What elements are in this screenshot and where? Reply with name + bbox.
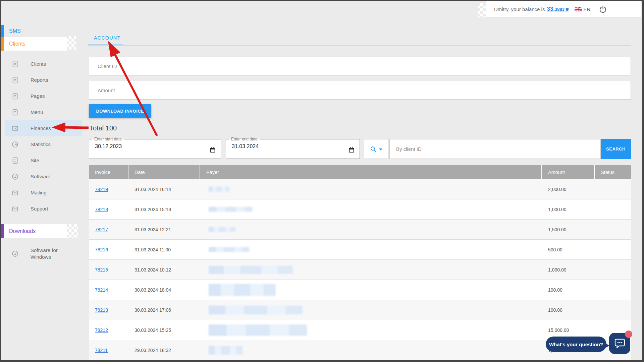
calendar-icon[interactable] (210, 147, 216, 155)
sidebar-item-support[interactable]: Support (5, 201, 82, 217)
sidebar-section-downloads[interactable]: Downloads (1, 224, 67, 238)
sidebar-item-pages[interactable]: Pages (5, 88, 82, 104)
calendar-icon[interactable] (348, 147, 355, 155)
document-icon (11, 157, 19, 164)
invoice-link[interactable]: 78216 (95, 247, 108, 252)
section-indicator (1, 37, 4, 51)
sidebar-downloads-items: Software for Windows (5, 246, 82, 262)
sidebar-section-label: Clients (9, 41, 25, 47)
invoice-date: 31.03.2024 16:14 (128, 187, 200, 192)
sidebar-item-label: Software (31, 173, 74, 180)
invoice-amount: 1,000.00 (542, 267, 595, 273)
col-header-status: Status (595, 165, 631, 179)
col-header-amount: Amount (542, 165, 595, 179)
sidebar-section-sms[interactable]: SMS (1, 25, 82, 37)
search-type-dropdown[interactable] (364, 139, 388, 159)
payer-redacted (209, 346, 243, 355)
sidebar-item-label: Statistics (31, 141, 74, 148)
invoice-link[interactable]: 78212 (95, 327, 108, 333)
invoice-amount: 1,000.00 (542, 207, 595, 212)
chat-prompt-bubble[interactable]: What's your question? (546, 337, 606, 352)
topbar: Dmitry, your balance is 33,3883 ₴ EN (486, 1, 641, 17)
document-icon (11, 109, 19, 116)
sidebar-clients-items: ClientsReportsPagesMenuFinancesStatistic… (5, 56, 82, 217)
invoice-date: 31.03.2024 11:00 (128, 247, 200, 252)
sidebar-section-label: Downloads (9, 228, 36, 234)
chat-icon (614, 338, 626, 349)
invoice-link[interactable]: 78211 (95, 348, 108, 353)
envelope-icon (11, 205, 19, 213)
invoice-link[interactable]: 78213 (95, 307, 108, 313)
payer-redacted (209, 324, 307, 336)
sidebar-item-label: Pages (31, 93, 74, 100)
total-count-label: Total 100 (90, 124, 117, 132)
search-input[interactable] (389, 139, 601, 159)
table-row: 7821731.03.2024 12:211,500.00 (89, 220, 631, 240)
document-icon (11, 76, 19, 84)
payer-redacted (209, 247, 249, 252)
sidebar-item-statistics[interactable]: Statistics (5, 136, 82, 153)
sidebar-item-label: Reports (31, 77, 74, 83)
language-switcher[interactable]: EN (575, 6, 590, 12)
download-icon (11, 250, 19, 257)
download-icon (11, 173, 19, 180)
col-header-date: Date (128, 165, 200, 179)
chevron-down-icon (379, 148, 382, 150)
start-date-field[interactable]: Enter start date 30.12.2023 (89, 137, 221, 159)
logout-button[interactable] (599, 5, 607, 13)
sidebar-section-clients[interactable]: Clients (1, 37, 67, 51)
section-indicator (1, 25, 4, 37)
invoice-date: 31.03.2024 15:13 (128, 207, 200, 212)
sidebar-item-mailing[interactable]: Mailing (5, 185, 82, 201)
pie-chart-icon (11, 141, 19, 148)
client-id-input[interactable] (89, 57, 631, 75)
start-date-label: Enter start date (92, 137, 124, 141)
app-window: Dmitry, your balance is 33,3883 ₴ EN SMS… (0, 0, 644, 362)
col-header-payer: Payer (200, 165, 542, 179)
sidebar-item-clients[interactable]: Clients (5, 56, 82, 72)
payer-redacted (209, 284, 276, 296)
chat-notification-dot (625, 330, 632, 338)
document-icon (11, 93, 19, 100)
sidebar-item-reports[interactable]: Reports (5, 72, 82, 88)
tab-account[interactable]: ACCOUNT (94, 35, 121, 41)
document-icon (11, 60, 19, 68)
invoice-date: 29.03.2024 18:32 (128, 348, 200, 353)
end-date-field[interactable]: Enter end date 31.03.2024 (226, 137, 360, 159)
payer-redacted (209, 266, 293, 274)
invoice-link[interactable]: 78215 (95, 267, 108, 273)
sidebar-item-finances[interactable]: Finances (5, 120, 82, 136)
amount-input[interactable] (89, 81, 631, 100)
sidebar-item-label: Site (31, 157, 74, 164)
payer-redacted (209, 187, 229, 192)
invoice-link[interactable]: 78214 (95, 287, 108, 293)
sidebar-item-software[interactable]: Software (5, 169, 82, 185)
balance-link[interactable]: 33,3883 ₴ (547, 6, 569, 12)
invoice-link[interactable]: 78217 (95, 227, 108, 232)
invoice-amount: 1,500.00 (542, 227, 595, 232)
envelope-icon (11, 189, 19, 196)
table-row: 7821430.03.2024 18:04100.00 (89, 280, 631, 300)
table-row: 7821931.03.2024 16:142,000.00 (89, 179, 631, 199)
sidebar-item-site[interactable]: Site (5, 153, 82, 169)
invoice-date: 30.03.2024 17:06 (128, 307, 200, 313)
uk-flag-icon (575, 7, 582, 11)
invoice-amount: 500.00 (542, 247, 595, 252)
payer-redacted (209, 227, 236, 232)
sidebar-item-label: Software for Windows (31, 247, 74, 261)
invoice-amount: 100.00 (542, 287, 595, 293)
sidebar-section-label: SMS (9, 28, 21, 34)
power-icon (599, 5, 607, 13)
invoices-table: Invoice Date Payer Amount Status 7821931… (89, 165, 631, 360)
download-invoice-button[interactable]: DOWNLOAD INVOICE (89, 104, 151, 118)
invoice-link[interactable]: 78218 (95, 207, 108, 212)
search-button[interactable]: SEARCH (601, 139, 631, 159)
search-icon (370, 146, 377, 153)
checker-decoration (66, 224, 78, 238)
table-header-row: Invoice Date Payer Amount Status (89, 165, 631, 179)
end-date-label: Enter end date (229, 137, 260, 141)
sidebar-item-menu[interactable]: Menu (5, 104, 82, 120)
invoice-link[interactable]: 78219 (95, 187, 108, 192)
sidebar-item-software-for-windows[interactable]: Software for Windows (5, 246, 82, 262)
sidebar-item-label: Clients (31, 61, 74, 67)
